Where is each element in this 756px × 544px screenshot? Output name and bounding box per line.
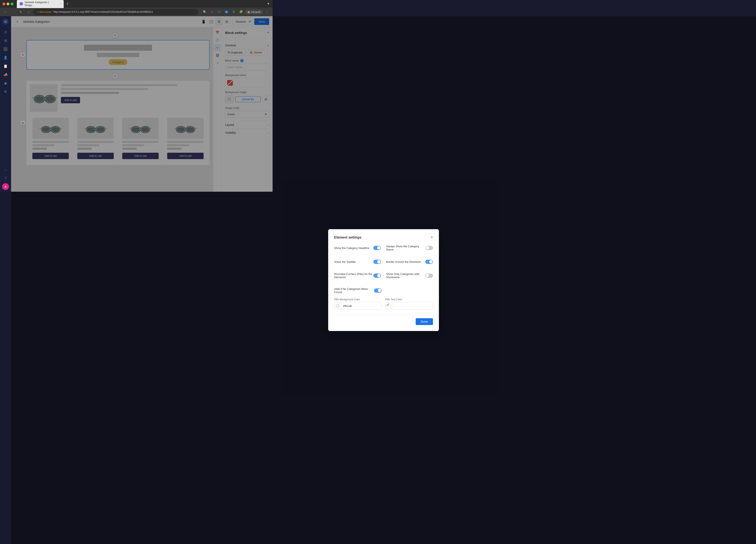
extension-btn1[interactable]: 🔷 xyxy=(223,9,229,15)
more-options-btn[interactable]: ⋮ xyxy=(264,9,270,15)
traffic-light-yellow[interactable] xyxy=(7,3,9,5)
tab-favicon xyxy=(20,2,23,5)
sidebar-item-analytics[interactable]: ◉ xyxy=(2,79,9,87)
traffic-light-red[interactable] xyxy=(3,3,5,5)
sidebar-item-settings[interactable]: ⚙ xyxy=(2,88,9,95)
tab-bar: Verlinkte Kategorien | Shopp... × + xyxy=(17,0,265,8)
tab-title: Verlinkte Kategorien | Shopp... xyxy=(24,1,58,7)
sidebar-item-products[interactable]: ⬛ xyxy=(2,45,9,53)
shield-icon[interactable]: 🛡 xyxy=(216,9,222,15)
incognito-button[interactable]: 🕵 Inkognito xyxy=(245,10,263,14)
sidebar-item-content[interactable]: ⊞ xyxy=(2,37,9,44)
reload-button[interactable]: ↻ xyxy=(18,9,24,15)
sidebar-item-customers[interactable]: 👤 xyxy=(2,54,9,61)
active-tab[interactable]: Verlinkte Kategorien | Shopp... × xyxy=(17,0,64,8)
modal-overlay: Element settings × Show the Category Hea… xyxy=(11,16,273,192)
sidebar-item-orders[interactable]: 📋 xyxy=(2,62,9,70)
user-avatar[interactable]: A xyxy=(2,183,9,190)
tab-close-icon[interactable]: × xyxy=(59,3,61,5)
url-text: http://shopware-6.6.5.1.wip:9997/#/sw/cm… xyxy=(53,10,153,13)
sidebar-bottom: ⋯ ? A xyxy=(2,166,9,190)
left-sidebar: G ⊙ ⊞ ⬛ 👤 📋 📣 ◉ ⚙ ⋯ ? A xyxy=(0,16,11,192)
sidebar-item-dashboard[interactable]: ⊙ xyxy=(2,28,9,36)
traffic-lights xyxy=(3,3,13,5)
address-bar: ← → ↻ ⌂ ⚠ Nicht sicher http://shopware-6… xyxy=(0,8,273,16)
browser-chrome: Verlinkte Kategorien | Shopp... × + ▼ xyxy=(0,0,273,8)
sidebar-item-help[interactable]: ? xyxy=(2,175,9,182)
search-browser-btn[interactable]: 🔍 xyxy=(202,9,208,15)
browser-actions: 🔍 ☆ 🛡 🔷 V 🧩 🕵 Inkognito ⋮ xyxy=(202,9,270,15)
sidebar-item-more[interactable]: ⋯ xyxy=(2,166,9,174)
home-button[interactable]: ⌂ xyxy=(26,9,32,15)
bookmark-btn[interactable]: ☆ xyxy=(209,9,215,15)
forward-button[interactable]: → xyxy=(10,9,16,15)
incognito-label: Inkognito xyxy=(251,11,261,13)
svg-text:G: G xyxy=(4,20,7,23)
sidebar-logo[interactable]: G xyxy=(2,18,9,26)
security-warning: ⚠ Nicht sicher xyxy=(37,11,52,13)
extensions-btn[interactable]: 🧩 xyxy=(238,9,244,15)
address-input[interactable]: ⚠ Nicht sicher http://shopware-6.6.5.1.w… xyxy=(33,9,198,15)
extension-v-btn[interactable]: V xyxy=(231,9,237,15)
browser-dropdown-icon[interactable]: ▼ xyxy=(267,2,270,6)
back-button[interactable]: ← xyxy=(3,9,9,15)
add-tab-button[interactable]: + xyxy=(65,1,70,7)
traffic-light-green[interactable] xyxy=(11,3,13,5)
sidebar-item-marketing[interactable]: 📣 xyxy=(2,71,9,78)
